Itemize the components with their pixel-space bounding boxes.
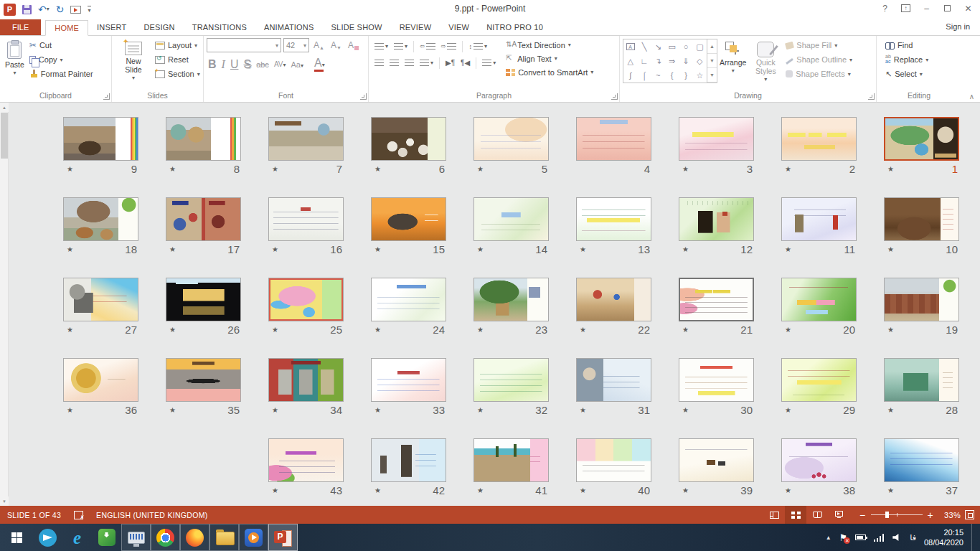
clipboard-dialog-launcher[interactable] — [103, 93, 110, 100]
transition-star-icon[interactable]: ★ — [682, 486, 689, 494]
transition-star-icon[interactable]: ★ — [682, 165, 689, 173]
transition-star-icon[interactable]: ★ — [887, 326, 894, 334]
clear-formatting-button[interactable]: A — [346, 40, 361, 50]
transition-star-icon[interactable]: ★ — [374, 165, 381, 173]
minimize-button[interactable]: – — [916, 0, 937, 17]
select-button[interactable]: ↖Select▾ — [885, 67, 928, 81]
taskbar-clock[interactable]: 20:15 08/04/2020 — [924, 527, 963, 548]
slide-thumbnail-42[interactable] — [371, 438, 446, 482]
slide-thumbnail-33[interactable] — [371, 358, 446, 402]
font-color-button[interactable]: A▾ — [314, 57, 325, 72]
quick-styles-button[interactable]: Quick Styles▾ — [748, 38, 783, 90]
language-indicator[interactable]: ENGLISH (UNITED KINGDOM) — [96, 511, 207, 519]
transition-star-icon[interactable]: ★ — [169, 406, 176, 414]
slide-thumbnail-22[interactable] — [576, 278, 651, 321]
start-from-beginning-icon[interactable] — [70, 6, 81, 14]
save-icon[interactable] — [22, 5, 32, 14]
font-dialog-launcher[interactable] — [360, 93, 367, 100]
slide-thumbnail-35[interactable] — [166, 358, 241, 402]
slide-thumbnail-16[interactable] — [268, 197, 344, 241]
strikethrough-button[interactable]: abc — [256, 60, 269, 69]
transition-star-icon[interactable]: ★ — [682, 245, 689, 253]
volume-icon[interactable] — [892, 534, 902, 541]
slide-thumbnail-4[interactable] — [576, 117, 651, 161]
line-spacing-button[interactable]: ↕▾ — [466, 42, 490, 52]
repeat-icon[interactable]: ↻ — [56, 4, 65, 14]
curve-shape-icon[interactable]: ~ — [656, 72, 660, 80]
bold-button[interactable]: B — [208, 58, 217, 71]
tab-view[interactable]: VIEW — [440, 19, 478, 35]
slide-thumbnail-10[interactable] — [884, 197, 959, 241]
transition-star-icon[interactable]: ★ — [785, 245, 791, 253]
text-shadow-button[interactable]: S — [243, 58, 251, 71]
normal-view-button[interactable] — [763, 506, 785, 524]
transition-star-icon[interactable]: ★ — [785, 406, 791, 414]
reset-button[interactable]: Reset — [155, 52, 200, 67]
increase-font-size-button[interactable]: A▲ — [311, 40, 326, 50]
arc-shape-icon[interactable]: ⌠ — [642, 72, 647, 80]
slide-thumbnail-17[interactable] — [166, 197, 241, 241]
triangle-shape-icon[interactable]: △ — [627, 57, 633, 65]
increase-indent-button[interactable]: ⇨ — [438, 42, 460, 51]
section-button[interactable]: Section▾ — [155, 67, 200, 81]
slide-show-button[interactable] — [828, 506, 849, 524]
taskbar-chrome[interactable] — [151, 524, 180, 551]
input-language-indicator[interactable]: فا — [910, 533, 916, 542]
slide-thumbnail-5[interactable] — [473, 117, 549, 161]
text-box-shape-icon[interactable]: A — [626, 43, 635, 50]
slide-thumbnail-21[interactable] — [679, 278, 754, 321]
slide-thumbnail-1[interactable] — [884, 117, 959, 161]
slide-thumbnail-13[interactable] — [576, 197, 651, 241]
zoom-level[interactable]: 33% — [939, 511, 961, 519]
taskbar-download-manager[interactable] — [92, 524, 121, 551]
slide-thumbnail-8[interactable] — [166, 117, 241, 161]
tab-insert[interactable]: INSERT — [88, 19, 135, 35]
slide-thumbnail-40[interactable] — [576, 438, 651, 482]
rectangle-shape-icon[interactable]: ▭ — [668, 43, 675, 51]
slide-thumbnail-37[interactable] — [884, 438, 959, 482]
align-center-button[interactable] — [387, 58, 402, 67]
zoom-slider-thumb[interactable] — [885, 512, 889, 518]
slide-thumbnail-38[interactable] — [781, 438, 857, 482]
right-brace-shape-icon[interactable]: } — [684, 72, 687, 80]
shape-effects-button[interactable]: Shape Effects▾ — [786, 67, 852, 81]
collapse-ribbon-button[interactable]: ∧ — [969, 93, 974, 100]
slide-thumbnail-9[interactable] — [63, 117, 138, 161]
align-right-button[interactable] — [402, 58, 417, 67]
slide-thumbnail-2[interactable] — [781, 117, 857, 161]
left-brace-shape-icon[interactable]: { — [671, 72, 674, 80]
transition-star-icon[interactable]: ★ — [374, 245, 381, 253]
slide-thumbnail-36[interactable] — [63, 358, 138, 402]
slide-thumbnail-6[interactable] — [371, 117, 446, 161]
slide-thumbnail-25[interactable] — [268, 278, 344, 321]
slide-thumbnail-26[interactable] — [166, 278, 241, 321]
transition-star-icon[interactable]: ★ — [67, 245, 73, 253]
shape-fill-button[interactable]: Shape Fill▾ — [786, 38, 852, 52]
copy-button[interactable]: Copy▾ — [29, 52, 93, 67]
new-slide-button[interactable]: New Slide▾ — [115, 38, 152, 90]
oval-shape-icon[interactable]: ○ — [684, 43, 689, 51]
tab-animations[interactable]: ANIMATIONS — [255, 19, 323, 35]
down-arrow-shape-icon[interactable]: ⇓ — [682, 57, 689, 65]
slide-thumbnail-12[interactable] — [679, 197, 754, 241]
close-button[interactable]: ✕ — [958, 0, 979, 17]
shapes-scroll-down-icon[interactable]: ▼ — [707, 54, 717, 68]
start-button[interactable] — [0, 524, 33, 551]
shapes-scroll-up-icon[interactable]: ▲ — [707, 39, 717, 54]
transition-star-icon[interactable]: ★ — [682, 406, 689, 414]
format-painter-button[interactable]: Format Painter — [29, 67, 93, 81]
arrange-button[interactable]: Arrange▾ — [717, 38, 748, 90]
zoom-in-button[interactable]: + — [928, 510, 933, 520]
transition-star-icon[interactable]: ★ — [580, 406, 586, 414]
tab-slide-show[interactable]: SLIDE SHOW — [323, 19, 391, 35]
slide-thumbnail-3[interactable] — [679, 117, 754, 161]
reading-view-button[interactable] — [806, 506, 828, 524]
sign-in-link[interactable]: Sign in — [946, 22, 970, 31]
font-size-combobox[interactable]: 42▾ — [283, 38, 309, 52]
transition-star-icon[interactable]: ★ — [477, 406, 484, 414]
find-button[interactable]: Find — [885, 38, 928, 52]
taskbar-internet-explorer[interactable]: e — [62, 524, 92, 551]
text-direction-button[interactable]: ⇅AText Direction▾ — [506, 38, 593, 52]
transition-star-icon[interactable]: ★ — [580, 486, 586, 494]
transition-star-icon[interactable]: ★ — [682, 326, 689, 334]
